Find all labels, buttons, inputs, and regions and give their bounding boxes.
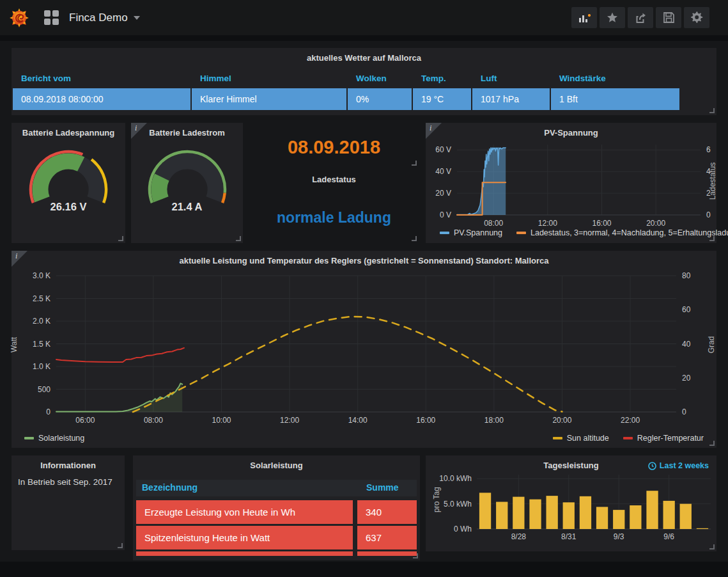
weather-table-header: Bericht vomHimmelWolkenTemp.LuftWindstär… [13,74,679,83]
svg-text:0 Wh: 0 Wh [454,525,472,534]
panel-title[interactable]: Informationen [12,455,125,470]
solar-table-row-partial [136,551,417,556]
svg-text:9/3: 9/3 [614,532,624,541]
legend-label: Sun altitude [567,434,609,443]
svg-text:20:00: 20:00 [646,219,665,228]
time-range-picker[interactable]: Last 2 weeks [648,461,709,470]
star-button[interactable] [600,7,625,28]
panel-informationen: Informationen In Betrieb seit Sep. 2017 [12,455,125,550]
panel-battery-current: i Batterie Ladestrom 21.4 A [131,123,243,243]
main-chart: 06:0008:0010:0012:0014:0016:0018:0020:00… [12,265,715,426]
solar-row-value: 637 [357,526,417,549]
svg-text:10:00: 10:00 [212,416,231,425]
weather-column-header[interactable]: Windstärke [551,74,679,83]
weather-column-header[interactable]: Luft [472,74,550,83]
dashboard-title[interactable]: Finca Demo [69,12,128,24]
svg-text:5.0 kWh: 5.0 kWh [444,500,472,509]
weather-cell: 08.09.2018 08:00:00 [13,88,190,110]
legend-item[interactable]: PV.Spannung [440,228,502,237]
weather-column-header[interactable]: Bericht vom [13,74,190,83]
svg-text:2.0 K: 2.0 K [33,317,50,326]
weather-cell: 1017 hPa [472,88,550,110]
svg-text:0: 0 [46,407,50,416]
navbar-actions [571,7,709,28]
pv-right-axis-label: Ladestatus [709,162,718,200]
svg-text:0 V: 0 V [440,210,451,219]
legend-label: PV.Spannung [454,228,502,237]
svg-text:1.0 K: 1.0 K [33,362,50,371]
legend-swatch [553,437,562,439]
solar-table-row: Spitzenleistung Heute in Watt637 [136,526,417,549]
submenu-strip [0,35,728,41]
chevron-down-icon[interactable] [134,16,140,20]
save-button[interactable] [656,7,681,28]
navbar: Finca Demo [0,0,728,36]
legend-label: Regler-Temperatur [637,434,704,443]
svg-text:60 V: 60 V [435,145,451,154]
ladestatus-value: normale Ladung [249,209,419,226]
info-icon[interactable]: i [426,123,442,139]
panel-title[interactable]: Batterie Ladestrom [131,123,243,138]
clock-icon [648,462,656,470]
dashboard-picker-icon[interactable] [44,10,59,25]
panel-battery-voltage: Batterie Ladespannung 26.16 V [12,123,125,243]
svg-text:06:00: 06:00 [75,416,95,425]
weather-cell: Klarer Himmel [192,88,346,110]
info-text: In Betrieb seit Sep. 2017 [18,477,112,487]
panel-title[interactable]: Batterie Ladespannung [12,123,125,138]
legend-item[interactable]: Sun altitude [553,434,609,443]
svg-text:20:00: 20:00 [552,416,571,425]
legend-item[interactable]: Regler-Temperatur [623,434,704,443]
panel-title[interactable]: aktuelle Leistung und Temperatur des Reg… [12,251,716,265]
pv-chart: 08:0012:0016:0020:000 V20 V40 V60 V0246 [426,138,716,229]
svg-text:2.5 K: 2.5 K [33,294,50,303]
svg-text:18:00: 18:00 [484,416,504,425]
date-value: 08.09.2018 [249,137,419,158]
legend-label: Solarleistung [38,434,84,443]
svg-text:80: 80 [682,271,691,280]
legend-item[interactable]: Ladestatus, 3=normal, 4=Nachladung, 5=Er… [516,228,728,237]
main-legend-right: Sun altitudeRegler-Temperatur [553,434,704,443]
solar-row-label: Erzeugte Leistung von Heute in Wh [136,500,353,524]
panel-pv-voltage: i PV-Spannung 08:0012:0016:0020:000 V20 … [426,123,716,243]
settings-button[interactable] [684,7,709,28]
weather-column-header[interactable]: Wolken [348,74,412,83]
panel-main-chart: i aktuelle Leistung und Temperatur des R… [12,251,716,448]
legend-item[interactable]: Solarleistung [24,434,84,443]
svg-text:10.0 kWh: 10.0 kWh [439,474,472,483]
panel-title[interactable]: PV-Spannung [426,123,716,138]
grafana-logo[interactable] [8,7,30,29]
legend-swatch [440,232,449,234]
weather-cell: 1 Bft [551,88,679,110]
legend-swatch [24,437,34,439]
svg-text:3.0 K: 3.0 K [33,271,50,280]
add-panel-button[interactable] [571,7,597,28]
svg-text:12:00: 12:00 [280,416,299,425]
weather-table-row: 08.09.2018 08:00:00Klarer Himmel0%19 °C1… [13,88,679,110]
panel-title[interactable]: aktuelles Wetter auf Mallorca [12,48,716,63]
svg-text:20 V: 20 V [435,189,451,198]
solar-row-value [357,551,417,556]
info-icon[interactable]: i [131,123,147,139]
current-gauge-value: 21.4 A [131,201,243,213]
solar-col-bezeichnung[interactable]: Bezeichnung [142,482,197,493]
svg-text:9/6: 9/6 [663,532,674,541]
svg-text:500: 500 [38,385,50,394]
weather-column-header[interactable]: Temp. [413,74,471,83]
svg-text:0: 0 [682,407,686,416]
share-button[interactable] [628,7,653,28]
panel-date: 08.09.2018 [249,123,419,168]
panel-title[interactable]: Ladestatus [249,170,419,184]
solar-table-row: Erzeugte Leistung von Heute in Wh340 [136,500,417,524]
time-range-label: Last 2 weeks [660,461,709,470]
solar-col-summe[interactable]: Summe [366,482,399,493]
svg-text:16:00: 16:00 [592,219,611,228]
daily-bar-chart: 8/288/319/39/60 Wh5.0 kWh10.0 kWh [427,471,715,542]
solar-row-label [136,551,353,556]
panel-title[interactable]: Solarleistung [133,455,420,470]
svg-text:0: 0 [706,210,711,219]
weather-column-header[interactable]: Himmel [192,74,346,83]
solar-row-label: Spitzenleistung Heute in Watt [136,526,353,549]
solar-row-value: 340 [357,500,417,524]
panel-tagesleistung: Tagesleistung Last 2 weeks 8/288/319/39/… [426,455,716,551]
